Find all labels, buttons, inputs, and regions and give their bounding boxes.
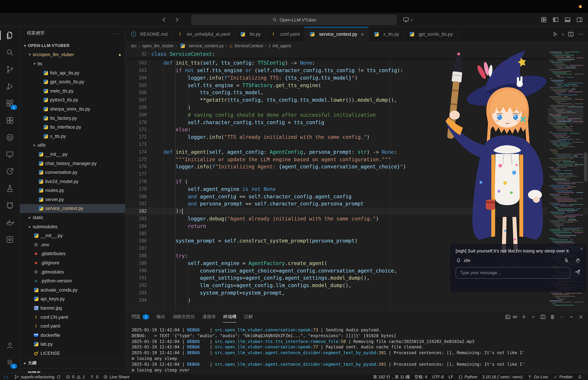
close-panel-icon[interactable] <box>578 314 584 320</box>
status-cursor-position[interactable]: 第 182 行，第 11 欄 <box>371 373 412 380</box>
tab-tts.py[interactable]: tts.py <box>235 27 266 41</box>
layout-left-icon[interactable] <box>552 16 559 23</box>
tree-item-.gitmodules[interactable]: ⚙.gitmodules <box>20 267 125 276</box>
tree-item-gpt_sovits_tts.py[interactable]: gpt_sovits_tts.py <box>20 77 125 86</box>
panel-tab-偵錯主控台[interactable]: 偵錯主控台 <box>173 311 195 323</box>
split-editor-icon[interactable] <box>568 31 574 37</box>
tree-item-sherpa_onnx_tts.py[interactable]: sherpa_onnx_tts.py <box>20 104 125 114</box>
tree-item-conversation.py[interactable]: conversation.py <box>20 168 125 177</box>
tree-item-dockerfile[interactable]: dockerfile <box>20 331 125 340</box>
tree-item-activate_conda.py[interactable]: activate_conda.py <box>20 285 125 294</box>
code-editor[interactable]: 161162 def init_tts(self, tts_config: TT… <box>126 50 588 311</box>
activity-settings[interactable]: 1 <box>0 354 20 371</box>
layout-right-icon[interactable] <box>576 16 583 23</box>
code-line-194[interactable]: 194 ) <box>126 297 588 304</box>
send-icon[interactable] <box>574 269 581 277</box>
tab-x_tts.py[interactable]: x_tts.py <box>369 27 404 41</box>
scrollbar-thumb[interactable] <box>584 152 587 182</box>
panel-tab-連接埠[interactable]: 連接埠 <box>203 311 216 323</box>
status-eol[interactable]: LF <box>446 373 456 380</box>
tree-item-.python-version[interactable]: ≡.python-version <box>20 276 125 285</box>
tab-conf.yaml[interactable]: !conf.yaml <box>266 27 304 41</box>
breadcrumb[interactable]: src›open_llm_vtuber›service_context.py›◇… <box>126 41 588 50</box>
panel-tab-輸出[interactable]: 輸出 <box>156 311 165 323</box>
activity-testing[interactable] <box>0 180 20 197</box>
arrow-forward-icon[interactable] <box>173 16 181 24</box>
kill-terminal-icon[interactable] <box>550 314 555 320</box>
activity-run-and-debug[interactable] <box>0 78 20 95</box>
activity-source-control[interactable] <box>0 61 20 78</box>
activity-github[interactable] <box>0 197 20 214</box>
breadcrumb-ServiceContext[interactable]: ◇ServiceContext <box>229 43 263 48</box>
tab-en_unhelpful_ai.yaml[interactable]: !en_unhelpful_ai.yaml <box>172 27 235 41</box>
activity-copilot-chat[interactable] <box>0 129 20 146</box>
tree-item-chat_history_manager.py[interactable]: chat_history_manager.py <box>20 159 125 168</box>
tree-item-__init__.py[interactable]: __init__.py <box>20 150 125 159</box>
status-problems[interactable]: 01 <box>63 373 87 380</box>
status-notifications[interactable] <box>575 373 585 380</box>
tree-item-tts[interactable]: ▾tts <box>20 59 125 68</box>
remote-window-button[interactable]: ∨ <box>402 16 413 23</box>
tree-item-OPEN-LLM-VTUBER[interactable]: ▾OPEN-LLM-VTUBER <box>20 41 125 50</box>
terminal-profile[interactable]: uv <box>505 314 517 320</box>
tree-item-submodules[interactable]: ▸submodules <box>20 222 125 231</box>
tree-item-src_open_llm_vtuber[interactable]: ▾src/open_llm_vtuber● <box>20 50 125 59</box>
terminal-output[interactable]: 2025-01-19 12:42:04 | DEBUG | src.open_l… <box>126 323 588 373</box>
status-language-mode[interactable]: {}Python <box>456 373 480 380</box>
activity-search[interactable] <box>0 44 20 61</box>
more-actions-icon[interactable] <box>577 31 584 37</box>
activity-remote-explorer[interactable] <box>0 146 20 163</box>
activity-devtools[interactable] <box>0 231 20 248</box>
status-go-live[interactable]: Go Live <box>525 373 550 380</box>
activity-extensions[interactable]: 1 <box>0 95 20 112</box>
tree-item-__init__.py[interactable]: __init__.py <box>20 231 125 240</box>
tree-item-melo_tts.py[interactable]: melo_tts.py <box>20 86 125 95</box>
tree-item-banner.jpg[interactable]: banner.jpg <box>20 304 125 312</box>
breadcrumb-src[interactable]: src <box>131 43 137 48</box>
tree-item-live2d_model.py[interactable]: live2d_model.py <box>20 177 125 186</box>
tree-item-service_context.py[interactable]: service_context.py <box>20 204 125 213</box>
status-python-interpreter[interactable]: 3.10.16 ('.venv': venv) <box>480 373 525 380</box>
tab-README.md[interactable]: iREADME.md <box>126 27 172 41</box>
tab-gpt_sovits_tts.py[interactable]: gpt_sovits_tts.py <box>404 27 457 41</box>
tree-item-x_tts.py[interactable]: x_tts.py <box>20 132 125 141</box>
breadcrumb-open_llm_vtuber[interactable]: open_llm_vtuber <box>142 43 174 48</box>
tree-item-.gitattributes[interactable]: ◆.gitattributes <box>20 249 125 258</box>
panel-tab-註解[interactable]: 註解 <box>244 311 253 323</box>
run-python-file-icon[interactable] <box>552 31 558 37</box>
close-icon[interactable]: × <box>580 246 583 251</box>
panel-tab-終端機[interactable]: 終端機 <box>223 311 236 323</box>
layout-grid-icon[interactable] <box>540 16 548 23</box>
status-remote-window-indicator[interactable] <box>0 373 12 380</box>
chevron-down-icon[interactable]: ∨ <box>562 32 564 36</box>
tree-item-.env[interactable]: ⚙.env <box>20 240 125 249</box>
status-indentation[interactable]: 空格: 4 <box>412 373 430 380</box>
raise-hand-icon[interactable] <box>575 258 581 264</box>
tree-item-tts_factory.py[interactable]: tts_factory.py <box>20 114 125 123</box>
terminal-profile-dropdown-icon[interactable] <box>531 314 536 320</box>
activity-live-share[interactable] <box>0 163 20 180</box>
activity-explorer[interactable] <box>0 27 20 44</box>
tree-item-conf.CN.yaml[interactable]: !conf.CN.yaml <box>20 313 125 322</box>
chat-message-input[interactable] <box>456 267 570 279</box>
microphone-off-icon[interactable] <box>563 258 569 264</box>
sidebar-section-___[interactable]: ▸時間表 <box>20 368 125 373</box>
tree-item-.gitignore[interactable]: ◆.gitignore <box>20 258 125 267</box>
close-icon[interactable]: × <box>361 31 364 37</box>
command-center[interactable]: Open-LLM-VTuber <box>191 15 397 25</box>
tree-item-pyttsx3_tts.py[interactable]: pyttsx3_tts.py <box>20 95 125 104</box>
sidebar-section-__[interactable]: ▸大綱 <box>20 358 125 368</box>
tree-item-utils[interactable]: ▸utils <box>20 141 125 150</box>
tree-item-tts_interface.py[interactable]: tts_interface.py <box>20 123 125 132</box>
tree-item-fish_api_tts.py[interactable]: fish_api_tts.py <box>20 68 125 77</box>
tree-item-server.py[interactable]: server.py <box>20 195 125 204</box>
tab-service_context.py[interactable]: service_context.py× <box>304 27 369 41</box>
activity-accounts[interactable] <box>0 337 20 354</box>
activity-view-grid[interactable] <box>0 112 20 129</box>
status-prettier[interactable]: Prettier <box>550 373 575 380</box>
new-terminal-icon[interactable] <box>521 314 527 320</box>
split-terminal-icon[interactable] <box>540 314 546 320</box>
status-encoding[interactable]: UTF-8 <box>430 373 446 380</box>
code-line-32[interactable]: 32class ServiceContext: <box>126 50 215 58</box>
status-git-branch[interactable]: superb-refactoring <box>12 373 63 380</box>
